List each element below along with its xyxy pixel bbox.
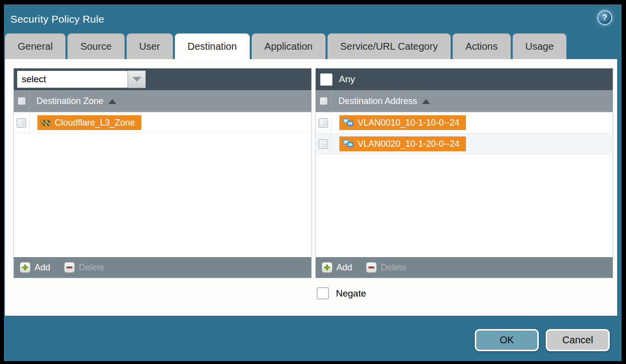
address-chip[interactable]: VLAN0020_10-1-20-0--24 <box>339 136 466 151</box>
zone-select-dropdown-button[interactable] <box>128 70 146 88</box>
zone-chip[interactable]: Cloudflare_L3_Zone <box>37 115 141 130</box>
address-row[interactable]: VLAN0020_10-1-20-0--24 <box>316 133 613 155</box>
plus-icon <box>322 262 332 273</box>
tab-service-url-category[interactable]: Service/URL Category <box>328 33 451 59</box>
plus-icon <box>20 262 31 273</box>
address-row-label: VLAN0010_10-1-10-0--24 <box>358 118 460 128</box>
zone-row-checkbox-cell <box>14 112 30 133</box>
zone-select-all-checkbox[interactable] <box>18 97 26 105</box>
destination-address-panel: Any Destination Address <box>315 68 613 278</box>
address-delete-label: Delete <box>381 263 406 273</box>
destination-zone-panel: select Destination Zone <box>13 68 312 278</box>
any-checkbox[interactable] <box>320 73 332 86</box>
zone-select-value[interactable]: select <box>17 70 128 88</box>
chevron-down-icon <box>132 77 141 82</box>
address-select-all-cell <box>316 90 331 112</box>
zone-grid-body: Cloudflare_L3_Zone <box>14 112 311 257</box>
tab-actions[interactable]: Actions <box>453 33 511 59</box>
tab-user[interactable]: User <box>127 33 173 59</box>
zone-column-header[interactable]: Destination Zone <box>14 90 311 112</box>
address-row-checkbox-cell <box>316 133 331 154</box>
address-row-checkbox[interactable] <box>319 118 328 128</box>
zone-row-label: Cloudflare_L3_Zone <box>55 118 135 128</box>
tab-strip: General Source User Destination Applicat… <box>4 33 622 59</box>
zone-toolbar: select <box>14 68 311 90</box>
tab-source[interactable]: Source <box>67 33 124 59</box>
minus-icon <box>64 262 75 273</box>
address-add-button[interactable]: Add <box>322 262 352 273</box>
address-delete-button[interactable]: Delete <box>366 262 406 273</box>
zone-add-button[interactable]: Add <box>20 262 50 273</box>
any-label: Any <box>339 74 355 85</box>
negate-label: Negate <box>336 288 366 299</box>
security-policy-rule-dialog: Security Policy Rule ? General Source Us… <box>4 4 622 361</box>
address-icon <box>343 118 354 127</box>
address-column-label: Destination Address <box>338 96 417 106</box>
address-chip[interactable]: VLAN0010_10-1-10-0--24 <box>339 115 466 130</box>
minus-icon <box>366 262 377 273</box>
zone-panel-footer: Add Delete <box>14 257 311 278</box>
zone-delete-button[interactable]: Delete <box>64 262 104 273</box>
zone-row-checkbox[interactable] <box>17 118 26 128</box>
tab-usage[interactable]: Usage <box>513 33 567 59</box>
negate-checkbox[interactable] <box>317 287 329 299</box>
dialog-titlebar: Security Policy Rule ? <box>4 4 622 33</box>
address-row-checkbox-cell <box>316 112 331 133</box>
zone-add-label: Add <box>34 263 50 273</box>
sort-ascending-icon[interactable] <box>422 99 430 104</box>
tab-application[interactable]: Application <box>252 33 326 59</box>
address-row-label: VLAN0020_10-1-20-0--24 <box>358 139 460 149</box>
address-row[interactable]: VLAN0010_10-1-10-0--24 <box>316 112 613 133</box>
address-select-all-checkbox[interactable] <box>320 97 328 105</box>
address-row-checkbox[interactable] <box>319 139 328 149</box>
help-icon[interactable]: ? <box>598 11 611 24</box>
address-toolbar: Any <box>316 68 613 90</box>
address-column-header[interactable]: Destination Address <box>316 90 613 112</box>
zone-select-combo[interactable]: select <box>17 70 146 88</box>
zone-column-label: Destination Zone <box>36 96 103 106</box>
zone-row[interactable]: Cloudflare_L3_Zone <box>14 112 311 133</box>
address-grid-body: VLAN0010_10-1-10-0--24 <box>316 112 613 257</box>
tab-destination[interactable]: Destination <box>175 33 250 59</box>
destination-tab-content: select Destination Zone <box>5 59 617 316</box>
zone-icon <box>41 119 51 127</box>
tab-general[interactable]: General <box>5 33 66 59</box>
zone-delete-label: Delete <box>79 263 104 273</box>
address-add-label: Add <box>336 263 352 273</box>
zone-select-all-cell <box>14 90 30 112</box>
sort-ascending-icon[interactable] <box>108 99 116 104</box>
ok-button[interactable]: OK <box>475 329 539 351</box>
dialog-buttons: OK Cancel <box>475 329 610 351</box>
negate-row: Negate <box>317 287 366 299</box>
dialog-title: Security Policy Rule <box>10 13 104 25</box>
address-icon <box>343 139 354 148</box>
cancel-button[interactable]: Cancel <box>546 329 610 351</box>
address-panel-footer: Add Delete <box>316 257 613 278</box>
